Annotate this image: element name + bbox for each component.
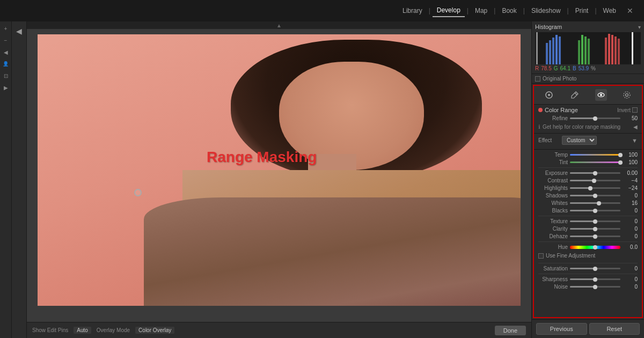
original-photo-row: Original Photo [532, 74, 644, 84]
blacks-thumb[interactable] [593, 209, 597, 213]
tint-slider-thumb[interactable] [618, 160, 623, 165]
exposure-thumb[interactable] [593, 171, 597, 175]
done-button[interactable]: Done [495, 326, 526, 335]
filmstrip-arrow-icon[interactable]: ▲ [276, 23, 282, 28]
close-icon[interactable]: ✕ [627, 6, 633, 15]
svg-rect-8 [588, 39, 590, 64]
sharpness-label: Sharpness [538, 276, 568, 282]
nav-item-slideshow[interactable]: Slideshow [527, 5, 565, 17]
histogram-svg [535, 32, 641, 64]
nav-left-icon[interactable]: ◀ [14, 26, 25, 36]
svg-rect-15 [536, 32, 538, 64]
contrast-slider-track[interactable] [570, 180, 620, 181]
noise-slider-row: Noise 0 [538, 284, 638, 290]
hue-slider-thumb[interactable] [593, 245, 597, 249]
noise-slider-track[interactable] [570, 286, 620, 288]
hue-slider-track[interactable] [570, 246, 620, 249]
histogram-label: Histogram [535, 24, 562, 30]
refine-slider-thumb[interactable] [593, 116, 597, 121]
noise-thumb[interactable] [593, 285, 597, 289]
saturation-slider-track[interactable] [570, 268, 620, 269]
minus-icon[interactable]: − [1, 35, 11, 45]
panel-bottom-buttons: Previous Reset [532, 319, 644, 338]
effect-dropdown[interactable]: Custom [562, 136, 597, 145]
b-label: B [573, 65, 576, 71]
g-label: G [554, 65, 558, 71]
auto-dropdown[interactable]: Auto [74, 327, 91, 334]
refine-slider-row: Refine 50 [538, 115, 638, 121]
sharpness-thumb[interactable] [593, 277, 597, 282]
nav-item-library[interactable]: Library [398, 5, 427, 17]
fine-adjustment-checkbox[interactable] [538, 253, 544, 259]
svg-point-17 [548, 94, 550, 96]
dehaze-slider-track[interactable] [570, 236, 620, 237]
previous-button[interactable]: Previous [536, 323, 587, 335]
temp-slider-thumb[interactable] [618, 153, 623, 157]
exposure-slider-track[interactable] [570, 172, 620, 174]
contrast-value: −4 [623, 178, 638, 183]
color-range-title: Color Range [545, 107, 578, 113]
effect-row: Effect Custom ▼ [538, 136, 638, 145]
nav-item-web[interactable]: Web [599, 5, 620, 17]
plus-icon[interactable]: + [1, 24, 11, 33]
dehaze-slider-row: Dehaze 0 [538, 233, 638, 239]
refine-slider-track[interactable] [570, 117, 620, 119]
temp-slider-track[interactable] [570, 154, 620, 156]
brush-circle-icon[interactable] [543, 89, 555, 101]
nav-item-map[interactable]: Map [471, 5, 492, 17]
sharpness-slider-track[interactable] [570, 278, 620, 280]
saturation-label: Saturation [538, 266, 568, 271]
clarity-fill [570, 228, 595, 230]
tint-slider-row: Tint 100 [538, 159, 638, 165]
whites-slider-track[interactable] [570, 202, 620, 204]
effect-expand-icon[interactable]: ▼ [632, 137, 638, 144]
saturation-value: 0 [623, 266, 638, 271]
blacks-fill [570, 210, 595, 211]
shadows-slider-track[interactable] [570, 195, 620, 196]
top-navigation: Library | Develop | Map | Book | Slidesh… [0, 0, 644, 21]
shadows-thumb[interactable] [593, 194, 597, 198]
eye-icon[interactable] [595, 89, 607, 101]
separator-2 [538, 216, 638, 216]
help-text[interactable]: Get help for color range masking [543, 124, 620, 130]
reset-button[interactable]: Reset [589, 323, 640, 335]
arrow-left-icon[interactable]: ◀ [1, 47, 11, 57]
settings-gear-icon[interactable] [621, 89, 633, 101]
nav-item-book[interactable]: Book [497, 5, 521, 17]
develop-panel[interactable]: Color Range Invert Refine 50 ℹ [533, 85, 643, 318]
whites-thumb[interactable] [597, 201, 601, 205]
saturation-fill [570, 268, 595, 269]
svg-rect-5 [578, 40, 580, 64]
blacks-slider-track[interactable] [570, 210, 620, 211]
texture-thumb[interactable] [593, 219, 597, 224]
arrow-right-icon[interactable]: ▶ [1, 83, 11, 92]
saturation-slider-row: Saturation 0 [538, 266, 638, 271]
clarity-thumb[interactable] [593, 227, 597, 231]
highlights-slider-track[interactable] [570, 187, 620, 189]
effect-section: Effect Custom ▼ [534, 134, 642, 150]
tint-slider-track[interactable] [570, 161, 620, 163]
color-range-section: Color Range Invert Refine 50 ℹ [534, 105, 642, 134]
brush-tool-icon[interactable] [569, 89, 581, 101]
crop-icon[interactable]: ⊡ [1, 71, 11, 80]
svg-rect-14 [632, 32, 633, 64]
texture-label: Texture [538, 218, 568, 224]
saturation-thumb[interactable] [593, 267, 597, 271]
contrast-thumb[interactable] [592, 179, 596, 183]
clarity-slider-track[interactable] [570, 228, 620, 230]
color-dot-indicator [538, 108, 543, 112]
original-photo-checkbox[interactable] [535, 76, 540, 82]
portrait-tool-icon[interactable]: 👤 [1, 59, 11, 69]
nav-item-print[interactable]: Print [571, 5, 593, 17]
histogram-chevron-icon[interactable]: ▾ [638, 24, 641, 30]
refine-slider-fill [570, 117, 595, 119]
whites-fill [570, 202, 599, 204]
texture-slider-track[interactable] [570, 221, 620, 222]
nav-item-develop[interactable]: Develop [433, 4, 465, 17]
blacks-slider-row: Blacks 0 [538, 208, 638, 214]
dehaze-thumb[interactable] [593, 234, 597, 239]
color-overlay-dropdown[interactable]: Color Overlay [135, 327, 174, 334]
invert-checkbox[interactable] [632, 107, 638, 113]
clarity-value: 0 [623, 226, 638, 232]
highlights-thumb[interactable] [588, 186, 592, 190]
